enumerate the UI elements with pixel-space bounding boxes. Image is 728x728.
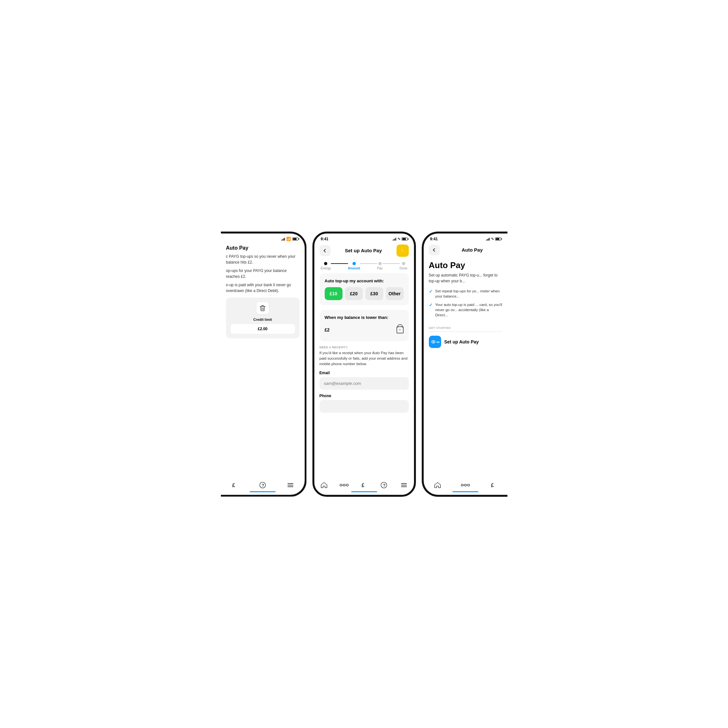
center-back-button[interactable] [320,245,330,256]
email-label: Email [320,371,409,375]
amount-10-button[interactable]: £10 [325,287,343,300]
lightning-button[interactable]: ⚡ [396,245,409,257]
left-phone: 📶 Auto Pay c PAYG top-ups so you never w… [221,232,307,497]
right-big-title: Auto Pay [424,257,508,273]
amount-30-button[interactable]: £30 [366,287,383,300]
amount-other-button[interactable]: Other [386,287,404,300]
balance-card: When my balance is lower than: £2 [320,310,409,341]
step-pay-dot [378,262,382,265]
check-list: ✓ Set repeat top-ups for yo... meter whe… [424,289,508,321]
center-status-bar: 9:41 ∿ [314,234,414,243]
svg-text:£: £ [362,483,364,488]
center-battery-icon [402,237,407,241]
check-text-1: Set repeat top-ups for yo... meter when … [435,289,502,299]
step-done: Done [400,262,407,270]
receipt-body: If you'd like a receipt when your Auto P… [320,350,409,367]
divider [429,332,502,332]
check-mark-1: ✓ [429,289,433,294]
center-time: 9:41 [321,237,329,241]
amount-20-button[interactable]: £20 [345,287,363,300]
nav-menu-icon[interactable] [285,480,295,490]
step-line-2 [360,263,377,264]
left-card: Credit limit £2.00 [226,298,300,338]
balance-input-row: £2 [325,324,404,336]
center-status-icons: ∿ [393,237,407,241]
phones-container: 📶 Auto Pay c PAYG top-ups so you never w… [221,232,508,497]
right-status-bar: 9:41 ∿ [424,234,508,243]
setup-icon: ∞ [429,336,441,348]
progress-steps: Energy Amount Pay Done [314,259,414,273]
center-bottom-nav: £ ? [314,477,414,495]
amount-options: £10 £20 £30 Other [325,287,404,300]
step-amount-label: Amount [348,266,360,270]
setup-btn-label: Set up Auto Pay [444,339,479,344]
right-nav-pound[interactable]: £ [488,480,499,490]
svg-text:?: ? [262,483,264,488]
left-description: c PAYG top-ups so you never when your ba… [221,254,305,294]
setup-button[interactable]: ∞ Set up Auto Pay [424,336,508,348]
left-status-icons: 📶 [281,237,298,241]
left-status-bar: 📶 [221,234,305,243]
balance-card-title: When my balance is lower than: [325,315,404,320]
right-back-arrow-icon [433,248,436,252]
lock-icon [396,326,404,333]
right-time: 9:41 [430,237,438,241]
right-back-button[interactable] [429,245,440,255]
right-nav-home[interactable] [433,480,443,490]
check-text-2: Your auto top-up is paid ... card, so yo… [435,302,502,318]
center-content: Auto top-up my account with: £10 £20 £30… [314,273,414,477]
right-status-icons: ∿ [486,237,501,241]
trash-icon[interactable] [257,302,269,314]
topup-card: Auto top-up my account with: £10 £20 £30… [320,273,409,305]
receipt-section: NEED A RECEIPT? If you'd like a receipt … [320,346,409,417]
center-phone: 9:41 ∿ Set up Auto Pay ⚡ [312,232,416,497]
lock-dot [399,329,401,330]
receipt-heading: NEED A RECEIPT? [320,346,409,349]
nav-pound-icon[interactable]: £ [229,480,240,490]
center-nav-question[interactable]: ? [379,480,389,490]
center-nav-connect[interactable] [339,480,349,490]
back-arrow-icon [323,249,327,252]
step-line-1 [331,263,348,264]
right-phone: 9:41 ∿ Auto Pay Auto P [422,232,508,497]
scene: 📶 Auto Pay c PAYG top-ups so you never w… [202,202,526,526]
right-signal-icon [486,237,489,241]
email-input[interactable] [320,377,409,390]
step-pay-label: Pay [377,266,382,270]
nav-question-icon[interactable]: ? [257,480,268,490]
balance-value: £2 [325,327,330,332]
battery-icon [292,237,298,241]
credit-limit-label: Credit limit [253,318,272,321]
phone-label: Phone [320,394,409,398]
right-battery-icon [495,237,501,241]
svg-point-8 [340,484,342,486]
right-nav-connect[interactable] [460,480,471,490]
step-amount: Amount [348,262,360,270]
svg-point-20 [461,484,463,486]
step-done-dot [402,262,405,265]
step-done-label: Done [400,266,407,270]
step-energy-dot [324,262,327,265]
svg-point-9 [343,484,345,486]
get-started-label: GET STARTED [424,326,508,330]
center-signal-icon [393,237,396,241]
svg-point-22 [468,484,470,486]
right-nav-title: Auto Pay [442,247,502,252]
phone-input[interactable] [320,400,409,413]
center-nav-pound[interactable]: £ [359,480,369,490]
center-wifi-icon: ∿ [398,237,401,241]
step-pay: Pay [377,262,382,270]
step-line-3 [382,263,399,264]
check-mark-2: ✓ [429,302,433,307]
center-nav-menu[interactable] [399,480,409,490]
left-page-title: Auto Pay [221,243,305,254]
step-amount-dot [353,262,356,265]
credit-limit-value: £2.00 [231,324,295,334]
wifi-icon: 📶 [286,237,291,241]
step-energy-label: Energy [321,266,331,270]
check-item-1: ✓ Set repeat top-ups for yo... meter whe… [429,289,502,299]
left-bottom-nav: £ ? [221,477,305,495]
center-nav-home[interactable] [319,480,329,490]
center-nav-bar: Set up Auto Pay ⚡ [314,243,414,259]
svg-point-10 [346,484,348,486]
